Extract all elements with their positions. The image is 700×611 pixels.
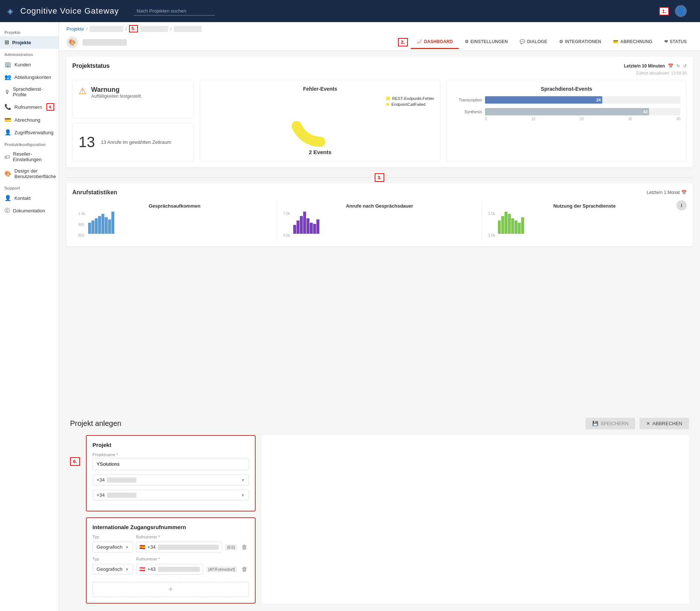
phone1-select[interactable]: +34 ▼ bbox=[93, 475, 249, 485]
mini-bar bbox=[300, 216, 303, 234]
calls-number: 13 bbox=[79, 134, 95, 150]
intl-section: Internationale Zugangsrufnummern Typ Ruf… bbox=[86, 517, 256, 604]
flag-at: 🇦🇹 bbox=[139, 566, 145, 572]
legend-rest-error: REST-Endpunkt-Fehler bbox=[386, 96, 434, 101]
stat-chart-nutzung: Nutzung der Sprachdienste 3.5k3.0k bbox=[482, 200, 687, 240]
intl-tag-es: [ES] bbox=[225, 544, 237, 550]
stat-period: Letzte/n 1 Monat 📅 bbox=[647, 190, 687, 195]
mini-bar bbox=[518, 223, 521, 234]
tab-dashboard[interactable]: 📈 DASHBOARD bbox=[411, 35, 459, 49]
mini-bar bbox=[501, 216, 504, 234]
legend-label-1: REST-Endpunkt-Fehler bbox=[392, 96, 434, 101]
sidebar-item-projekte[interactable]: ⊞ Projekte bbox=[0, 36, 59, 49]
breadcrumb: Projekte / / 5. / bbox=[66, 25, 693, 32]
mini-bar bbox=[511, 218, 514, 234]
status-grid: ⚠ Warnung Auffälligkeiten festgestellt. … bbox=[72, 80, 687, 162]
mini-bar bbox=[498, 221, 501, 234]
breadcrumb-item-2[interactable] bbox=[90, 26, 123, 32]
design-icon: 🎨 bbox=[4, 170, 11, 177]
mini-bar bbox=[505, 212, 507, 234]
search-input[interactable] bbox=[134, 7, 215, 15]
bottom-panel-actions: 💾 SPEICHERN ✕ ABBRECHEN bbox=[586, 418, 689, 429]
tab-dialoge[interactable]: 💬 DIALOGE bbox=[514, 35, 553, 49]
breadcrumb-item-3[interactable] bbox=[140, 26, 168, 32]
mini-bar bbox=[514, 221, 517, 234]
sidebar-section-projekte: Projekte bbox=[0, 27, 59, 36]
add-intl-row-button[interactable]: + bbox=[93, 582, 249, 597]
top-bar: Projekte / / 5. / 🎨 2. bbox=[59, 22, 700, 51]
mini-bar bbox=[91, 221, 94, 234]
calls-card: 13 13 Anrufe im gewählten Zeitraum bbox=[72, 123, 194, 162]
main-content: Projekte / / 5. / 🎨 2. bbox=[59, 22, 700, 611]
annotation-3: 3. bbox=[375, 173, 385, 182]
sidebar-item-design[interactable]: 🎨 Design der Benutzeroberfläche bbox=[0, 165, 59, 182]
phone-icon: 📞 bbox=[4, 104, 11, 110]
breadcrumb-item-projekte[interactable]: Projekte bbox=[66, 26, 84, 32]
sidebar-item-abteilungskonten[interactable]: 👥 Abteilungskonten bbox=[0, 71, 59, 83]
typ-select-1[interactable]: Geografisch ▼ bbox=[93, 542, 133, 552]
sidebar-item-kontakt[interactable]: 👤 Kontakt bbox=[0, 192, 59, 204]
typ-label-1: Typ bbox=[93, 535, 133, 539]
save-button[interactable]: 💾 SPEICHERN bbox=[586, 418, 635, 429]
projekt-anlegen-panel: Projekt anlegen 💾 SPEICHERN ✕ ABBRECHEN bbox=[59, 410, 700, 611]
annotation-4: 4. bbox=[46, 103, 54, 111]
sidebar-item-dokumentation[interactable]: ⓪ Dokumentation bbox=[0, 204, 59, 217]
form-left: Projekt Projektname * +34 ▼ bbox=[86, 435, 256, 604]
integration-icon: ⚙ bbox=[559, 39, 563, 44]
sidebar-item-zugriffsverwaltung[interactable]: 👤 Zugriffsverwaltung bbox=[0, 126, 59, 139]
bar-label-synthesis: Synthesis bbox=[453, 110, 482, 114]
dialog-icon: 💬 bbox=[520, 39, 525, 44]
settings-icon: ⚙ bbox=[465, 39, 469, 44]
bar-row-transcription: Transcription 24 bbox=[453, 96, 680, 104]
sidebar-section-admin: Administration bbox=[0, 49, 59, 58]
cancel-icon: ✕ bbox=[646, 421, 650, 426]
mini-bar bbox=[303, 212, 306, 234]
warning-icon: ⚠ bbox=[79, 86, 87, 96]
rufnummer-label-1: Rufnummer * bbox=[136, 535, 249, 539]
form-right-panel bbox=[261, 435, 689, 604]
project-name bbox=[83, 39, 127, 46]
dropdown-arrow-2: ▼ bbox=[241, 493, 245, 497]
mini-bar bbox=[111, 212, 114, 234]
annotation-5: 5. bbox=[129, 25, 138, 32]
time-range-label: Letzte/n 10 Minuten bbox=[624, 63, 665, 69]
sidebar-item-kunden[interactable]: 🏢 Kunden bbox=[0, 58, 59, 71]
warning-subtitle: Auffälligkeiten festgestellt. bbox=[91, 94, 142, 99]
mini-bar bbox=[521, 217, 524, 234]
tab-integrationen[interactable]: ⚙ INTEGRATIONEN bbox=[553, 35, 607, 49]
bar-value-transcription: 24 bbox=[596, 98, 601, 102]
breadcrumb-item-4[interactable] bbox=[174, 26, 202, 32]
reload-icon[interactable]: ↺ bbox=[683, 63, 687, 69]
cancel-button[interactable]: ✕ ABBRECHEN bbox=[640, 418, 689, 429]
sidebar-item-abrechnung[interactable]: 💳 Abrechnung bbox=[0, 114, 59, 126]
delete-row-1-button[interactable]: 🗑 bbox=[240, 542, 249, 552]
typ-select-2[interactable]: Geografisch ▼ bbox=[93, 564, 133, 574]
projektname-input[interactable] bbox=[93, 458, 249, 470]
sidebar-item-rufnummern[interactable]: 📞 Rufnummern 4. bbox=[0, 100, 59, 114]
tab-einstellungen[interactable]: ⚙ EINSTELLUNGEN bbox=[459, 35, 514, 49]
phone2-select[interactable]: +34 ▼ bbox=[93, 490, 249, 500]
sidebar-item-sprachdienst-profile[interactable]: 🎙 Sprachdienst-Profile bbox=[0, 83, 59, 100]
tab-abrechnung[interactable]: 💳 ABRECHNUNG bbox=[607, 35, 658, 49]
info-button[interactable]: i bbox=[676, 200, 687, 211]
sidebar-item-reseller[interactable]: 🏷 Reseller-Einstellungen bbox=[0, 148, 59, 165]
stat-chart-gespraech: Gesprächsaufkommen 1.0k900800 bbox=[72, 200, 277, 240]
refresh-icon[interactable]: ↻ bbox=[676, 63, 680, 69]
stat-charts-row: Gesprächsaufkommen 1.0k900800 bbox=[72, 200, 687, 240]
mini-bar bbox=[508, 214, 511, 234]
delete-row-2-button[interactable]: 🗑 bbox=[240, 565, 249, 574]
doc-icon: ⓪ bbox=[4, 207, 10, 214]
projekt-anlegen-title: Projekt anlegen bbox=[70, 419, 121, 428]
tab-status[interactable]: ❤ STATUS bbox=[658, 35, 693, 49]
mini-bar bbox=[310, 223, 313, 234]
legend-label-2: EndpointCallFailed bbox=[391, 102, 425, 107]
annotation-1: 1. bbox=[659, 7, 669, 15]
anrufstatistiken-title: Anrufstatistiken bbox=[72, 189, 117, 196]
bar-label-transcription: Transcription bbox=[453, 98, 482, 102]
intl-row-1: Typ Rufnummer * Geografisch ▼ 🇪🇸 bbox=[93, 535, 249, 552]
tag-icon: 🏷 bbox=[4, 154, 10, 160]
bottom-panel-header: Projekt anlegen 💾 SPEICHERN ✕ ABBRECHEN bbox=[70, 418, 689, 429]
phone1-group: +34 ▼ bbox=[93, 475, 249, 485]
user-avatar-icon[interactable]: 👤 bbox=[675, 5, 687, 17]
billing-icon: 💳 bbox=[4, 117, 11, 123]
